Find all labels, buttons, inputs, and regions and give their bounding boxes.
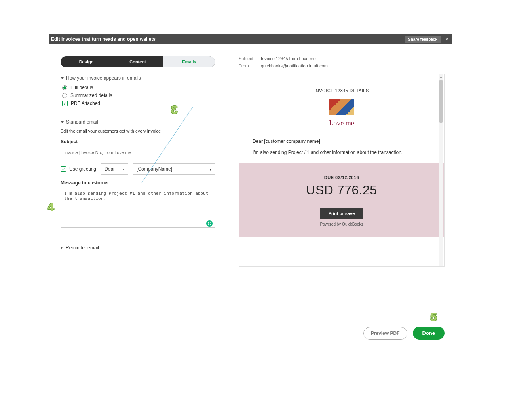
subject-input[interactable] [61, 147, 215, 158]
tab-emails[interactable]: Emails [163, 56, 215, 67]
radio-icon [62, 85, 67, 90]
scrollbar[interactable]: ▴ ▾ [439, 74, 443, 266]
preview-subject-row: Subject Invoice 12345 from Love me [239, 56, 445, 61]
invoice-amount: USD 776.25 [239, 183, 444, 198]
select-value: Dear [104, 166, 115, 172]
footer-bar: Preview PDF Done [49, 321, 452, 345]
section-label: Standard email [66, 119, 98, 125]
message-textarea[interactable] [61, 188, 215, 228]
section-label: How your invoice appears in emails [66, 75, 141, 81]
section-standard-email[interactable]: Standard email [61, 119, 215, 125]
chevron-down-icon: ▾ [209, 167, 211, 171]
invoice-details-title: INVOICE 12345 DETAILS [249, 88, 435, 93]
chevron-down-icon [61, 121, 64, 123]
scroll-thumb[interactable] [439, 80, 443, 123]
tab-design[interactable]: Design [61, 56, 112, 67]
preview-pdf-button[interactable]: Preview PDF [363, 327, 407, 340]
checkbox-icon: ✓ [62, 101, 68, 106]
checkbox-label: PDF Attached [71, 101, 100, 106]
powered-by: Powered by QuickBooks [239, 222, 444, 226]
settings-panel: Design Content Emails How your invoice a… [61, 56, 215, 267]
chevron-down-icon [61, 77, 64, 79]
chevron-down-icon: ▾ [123, 167, 125, 171]
company-logo [329, 99, 354, 115]
section-reminder-email[interactable]: Reminder email [61, 245, 215, 251]
due-date: DUE 02/12/2016 [239, 175, 444, 180]
header-bar: Edit invoices that turn heads and open w… [49, 34, 452, 44]
radio-summarized[interactable]: Summarized details [62, 93, 215, 98]
done-button[interactable]: Done [413, 327, 445, 340]
share-feedback-button[interactable]: Share feedback [405, 36, 441, 43]
radio-icon [62, 93, 67, 98]
radio-label: Summarized details [70, 93, 112, 98]
preview-from-row: From quickbooks@notification.intuit.com [239, 63, 445, 68]
select-value: [CompanyName] [137, 166, 172, 172]
help-text: Edit the email your customers get with e… [61, 129, 215, 133]
close-icon[interactable]: × [444, 36, 450, 42]
print-or-save-button[interactable]: Print or save [320, 208, 364, 219]
meta-value: Invoice 12345 from Love me [261, 56, 316, 61]
meta-label: From [239, 63, 261, 68]
scroll-down-icon[interactable]: ▾ [439, 262, 443, 266]
tabs: Design Content Emails [61, 56, 215, 67]
email-preview: ▴ ▾ INVOICE 12345 DETAILS Love me Dear [… [239, 74, 445, 267]
checkbox-use-greeting[interactable]: ✓ Use greeting [61, 166, 96, 172]
message-label: Message to customer [61, 180, 215, 186]
scroll-up-icon[interactable]: ▴ [439, 74, 443, 79]
radio-label: Full details [70, 85, 93, 90]
tab-content[interactable]: Content [112, 56, 163, 67]
greeting-line: Dear [customer company name] [253, 139, 435, 144]
checkbox-label: Use greeting [69, 166, 96, 172]
amount-box: DUE 02/12/2016 USD 776.25 Print or save … [239, 163, 444, 237]
divider [61, 111, 215, 111]
checkbox-pdf-attached[interactable]: ✓ PDF Attached [62, 101, 215, 106]
grammarly-icon[interactable]: G [206, 220, 213, 227]
message-line: I'm also sending Project #1 and other in… [253, 150, 435, 155]
chevron-right-icon [61, 246, 63, 249]
preview-panel: Subject Invoice 12345 from Love me From … [239, 56, 445, 267]
radio-full-details[interactable]: Full details [62, 85, 215, 90]
greeting-token-select[interactable]: [CompanyName] ▾ [133, 163, 215, 175]
company-name: Love me [249, 119, 435, 127]
section-label: Reminder email [66, 245, 99, 251]
section-email-appearance[interactable]: How your invoice appears in emails [61, 75, 215, 81]
subject-label: Subject [61, 139, 215, 144]
meta-value: quickbooks@notification.intuit.com [261, 63, 328, 68]
greeting-word-select[interactable]: Dear ▾ [101, 163, 128, 175]
meta-label: Subject [239, 56, 261, 61]
checkbox-icon: ✓ [61, 166, 66, 172]
page-title: Edit invoices that turn heads and open w… [51, 36, 405, 42]
